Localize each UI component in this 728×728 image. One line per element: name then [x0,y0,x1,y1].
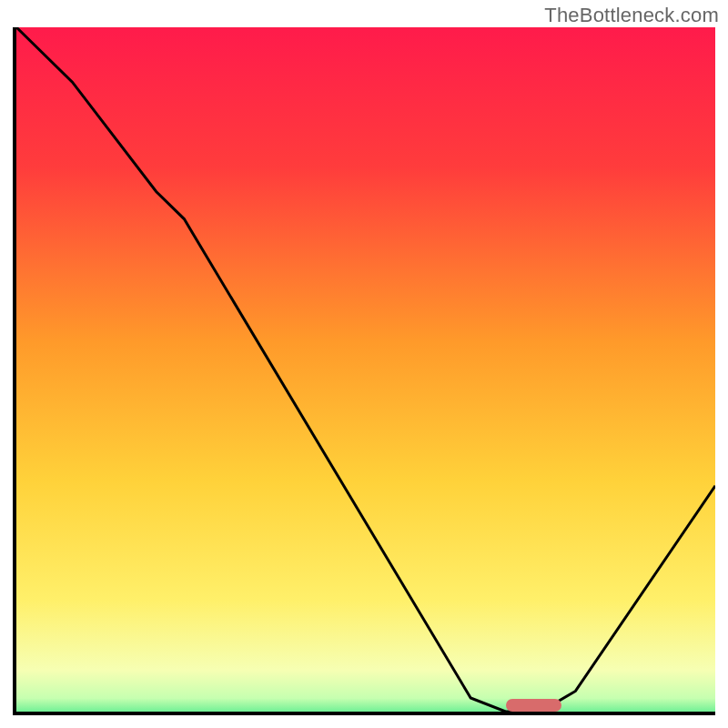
optimal-marker [506,699,561,712]
chart-stage: TheBottleneck.com [0,0,728,728]
curve-layer [16,27,715,712]
plot-area [13,27,715,715]
bottleneck-curve [16,27,715,712]
watermark-text: TheBottleneck.com [544,4,719,27]
